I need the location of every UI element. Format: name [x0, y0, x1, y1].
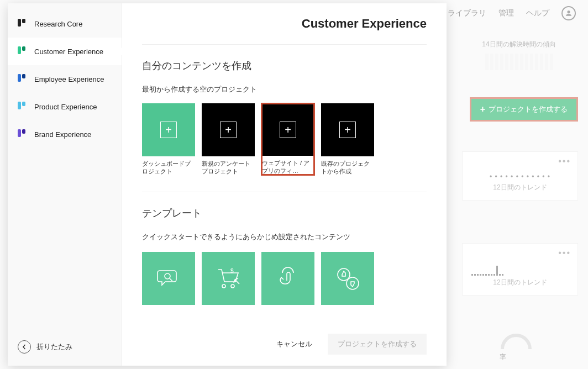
svg-text:$: $	[230, 268, 234, 274]
logo-icon	[18, 19, 28, 29]
bg-gauge: 率	[500, 334, 533, 362]
sidebar-item-research-core[interactable]: Research Core	[8, 10, 122, 38]
sidebar-item-label: Product Experience	[34, 103, 97, 111]
tile-thumb: +	[142, 103, 195, 156]
sparkline-bars	[466, 54, 571, 70]
bg-trend-14day-label: 14日間の解決時間の傾向	[466, 40, 571, 49]
svg-point-3	[231, 284, 234, 288]
cancel-button[interactable]: キャンセル	[266, 334, 322, 355]
bg-card-1: ••• • • • • • • • • • • • • 12日間のトレンド	[462, 151, 578, 201]
sidebar-item-label: Brand Experience	[34, 130, 91, 139]
bg-card-1-label: 12日間のトレンド	[471, 183, 569, 192]
tile-label: 既存のプロジェクトから作成	[321, 160, 374, 175]
modal-sidebar: Research Core Customer Experience Employ…	[8, 3, 122, 366]
tile-label: ダッシュボードプロジェクト	[142, 160, 195, 175]
create-project-modal: Research Core Customer Experience Employ…	[8, 3, 447, 366]
sparkline-dots: • • • • • • • • • • • •	[471, 173, 569, 181]
templates-subheading: クイックスタートできるようにあらかじめ設定されたコンテンツ	[142, 232, 427, 242]
modal-footer: キャンセル プロジェクトを作成する	[142, 325, 427, 359]
plus-icon: +	[280, 122, 296, 138]
more-icon[interactable]: •••	[558, 248, 571, 258]
sidebar-item-employee-experience[interactable]: Employee Experience	[8, 65, 122, 93]
collapse-label: 折りたたみ	[36, 342, 72, 352]
tile-label: 新規のアンケートプロジェクト	[202, 160, 255, 175]
template-tiles: $	[142, 252, 427, 305]
nav-help[interactable]: ヘルプ	[526, 8, 549, 18]
user-avatar-icon[interactable]	[561, 6, 576, 20]
plus-icon: +	[339, 122, 356, 138]
bg-gauge-label: 率	[500, 353, 506, 361]
chat-search-icon	[155, 265, 182, 292]
tile-thumb: +	[202, 103, 255, 156]
plus-icon: +	[160, 122, 177, 138]
create-project-button-highlight: + プロジェクトを作成する	[470, 97, 578, 122]
svg-point-6	[347, 277, 359, 289]
plus-icon: +	[220, 122, 237, 138]
svg-point-2	[222, 284, 225, 288]
shopping-cart-icon: $	[215, 265, 242, 292]
plus-icon: +	[480, 104, 485, 114]
sidebar-item-label: Customer Experience	[34, 48, 103, 56]
sidebar-item-product-experience[interactable]: Product Experience	[8, 93, 122, 120]
template-thumbs[interactable]	[321, 252, 374, 305]
svg-point-1	[165, 273, 170, 279]
svg-point-0	[568, 10, 570, 13]
divider	[142, 192, 427, 192]
own-content-heading: 自分のコンテンツを作成	[142, 59, 427, 72]
collapse-sidebar-button[interactable]: 折りたたみ	[8, 333, 122, 366]
tile-label: ウェブサイト / アプリのフィ…	[262, 159, 314, 175]
empty-projects-subheading: 最初から作成する空のプロジェクト	[142, 85, 427, 94]
bg-card-2: ••• 12日間のトレンド	[462, 243, 578, 296]
tile-thumb: +	[262, 104, 314, 156]
tile-website-app-feedback[interactable]: + ウェブサイト / アプリのフィ…	[261, 103, 314, 175]
logo-icon	[18, 46, 28, 56]
top-nav: ライブラリ 管理 ヘルプ	[435, 0, 588, 27]
touch-icon	[275, 265, 301, 292]
logo-icon	[18, 129, 28, 139]
tile-from-existing-project[interactable]: + 既存のプロジェクトから作成	[321, 103, 374, 175]
tile-dashboard-project[interactable]: + ダッシュボードプロジェクト	[142, 103, 195, 175]
template-touch[interactable]	[261, 252, 314, 305]
chevron-left-icon	[18, 340, 31, 354]
empty-project-tiles: + ダッシュボードプロジェクト + 新規のアンケートプロジェクト + ウェブサイ…	[142, 103, 427, 175]
sidebar-item-brand-experience[interactable]: Brand Experience	[8, 120, 122, 148]
logo-icon	[18, 102, 28, 112]
sidebar-item-label: Employee Experience	[34, 75, 104, 83]
more-icon[interactable]: •••	[558, 156, 571, 166]
nav-library[interactable]: ライブラリ	[448, 8, 486, 18]
templates-heading: テンプレート	[142, 207, 427, 220]
sidebar-item-customer-experience[interactable]: Customer Experience	[8, 38, 122, 65]
thumbs-up-down-icon	[334, 265, 361, 292]
create-project-button-label: プロジェクトを作成する	[489, 104, 568, 114]
modal-main: Customer Experience 自分のコンテンツを作成 最初から作成する…	[122, 3, 447, 366]
template-cart[interactable]: $	[202, 252, 255, 305]
sparkline-bars	[471, 265, 569, 276]
tile-new-survey-project[interactable]: + 新規のアンケートプロジェクト	[202, 103, 255, 175]
create-project-submit-button: プロジェクトを作成する	[328, 334, 427, 355]
sidebar-item-label: Research Core	[34, 20, 82, 28]
tile-thumb: +	[321, 103, 374, 156]
create-project-button[interactable]: + プロジェクトを作成する	[471, 99, 576, 120]
nav-admin[interactable]: 管理	[498, 8, 514, 18]
bg-card-2-label: 12日間のトレンド	[471, 278, 569, 287]
logo-icon	[18, 74, 28, 84]
bg-trend-14day: 14日間の解決時間の傾向	[466, 40, 571, 70]
modal-title: Customer Experience	[142, 17, 427, 45]
template-chat-search[interactable]	[142, 252, 195, 305]
